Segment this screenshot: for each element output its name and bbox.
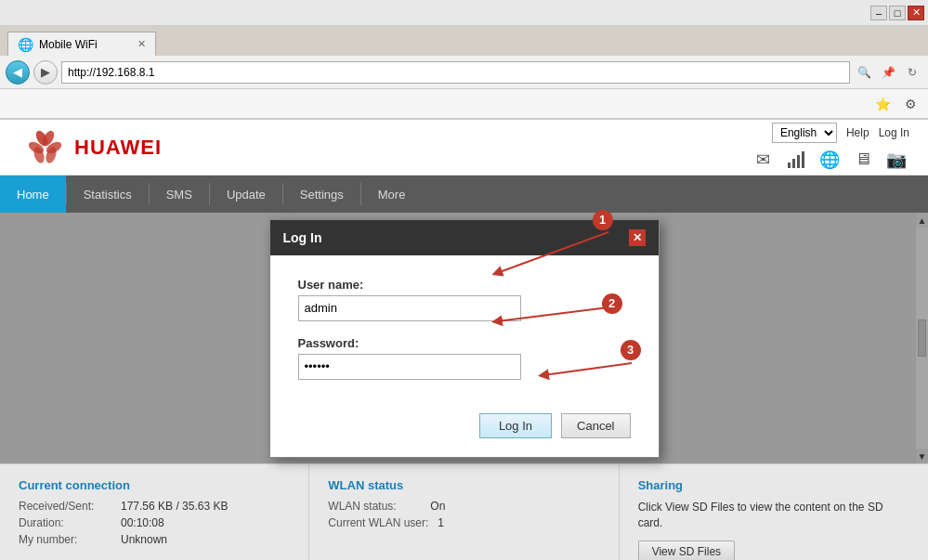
device-icon[interactable]: 📷 (883, 147, 909, 173)
password-label: Password: (298, 336, 631, 350)
nav-home[interactable]: Home (0, 176, 66, 213)
search-icon[interactable]: 🔍 (854, 62, 874, 83)
nav-sms[interactable]: SMS (150, 176, 209, 213)
nav-settings[interactable]: Settings (283, 176, 360, 213)
modal-overlay: 1 2 3 (0, 213, 928, 463)
back-button[interactable]: ◀ (6, 60, 30, 85)
message-icon[interactable]: ✉ (750, 147, 776, 173)
tab-bar: 🌐 Mobile WiFi ✕ (0, 26, 928, 56)
help-link[interactable]: Help (846, 126, 869, 139)
view-sd-files-button[interactable]: View SD Files (638, 540, 735, 560)
password-input[interactable] (298, 354, 521, 380)
favorites-icon[interactable]: ⭐ (872, 94, 893, 114)
svg-rect-6 (788, 163, 791, 168)
pin-icon[interactable]: 📌 (878, 62, 898, 83)
header-right: English 中文 Help Log In ✉ 🌐 🖥 (750, 123, 909, 173)
modal-title: Log In (283, 230, 322, 245)
huawei-logo: HUAWEI (19, 129, 162, 166)
browser-tab[interactable]: 🌐 Mobile WiFi ✕ (7, 32, 156, 56)
cancel-button[interactable]: Cancel (561, 413, 630, 438)
status-icons: ✉ 🌐 🖥 📷 (750, 147, 909, 173)
login-modal: Log In ✕ User name: Password: (269, 219, 660, 458)
logo-text: HUAWEI (74, 136, 162, 160)
annotation-1: 1 (593, 210, 613, 230)
modal-body: User name: Password: (270, 255, 659, 413)
svg-rect-8 (797, 155, 800, 168)
tab-label: Mobile WiFi (39, 38, 98, 51)
annotation-3: 3 (621, 340, 641, 360)
refresh-icon[interactable]: ↻ (902, 62, 922, 83)
login-button[interactable]: Log In (479, 413, 552, 438)
app-container: HUAWEI English 中文 Help Log In ✉ (0, 120, 928, 560)
duration-label: Duration: (19, 516, 111, 529)
tools-icon[interactable]: ⚙ (900, 94, 921, 114)
received-value: 177.56 KB / 35.63 KB (121, 500, 228, 513)
title-bar: – □ ✕ (0, 0, 928, 26)
username-group: User name: (298, 278, 631, 321)
duration-value: 00:10:08 (121, 516, 164, 529)
page-content-area: ▲ ▼ 1 2 3 (0, 213, 928, 463)
info-row-received: Received/Sent: 177.56 KB / 35.63 KB (19, 500, 290, 513)
info-row-mynumber: My number: Unknown (19, 533, 290, 546)
current-connection-title: Current connection (19, 478, 290, 492)
maximize-button[interactable]: □ (889, 6, 906, 20)
tab-close-button[interactable]: ✕ (137, 38, 146, 50)
modal-footer: Log In Cancel (270, 413, 659, 457)
modal-close-button[interactable]: ✕ (629, 229, 646, 246)
wlan-status-title: WLAN status (328, 478, 599, 492)
tab-favicon: 🌐 (18, 37, 33, 52)
address-input[interactable] (61, 61, 850, 84)
app-header: HUAWEI English 中文 Help Log In ✉ (0, 120, 928, 176)
lang-help-row: English 中文 Help Log In (772, 123, 909, 143)
modal-wrapper: 1 2 3 (269, 219, 660, 458)
sharing-title: Sharing (638, 478, 909, 492)
received-label: Received/Sent: (19, 500, 111, 513)
language-select[interactable]: English 中文 (772, 123, 837, 143)
nav-more[interactable]: More (361, 176, 423, 213)
mynumber-label: My number: (19, 533, 111, 546)
wlan-users-value: 1 (438, 516, 444, 529)
info-strip: Current connection Received/Sent: 177.56… (0, 463, 928, 560)
close-button[interactable]: ✕ (908, 6, 924, 20)
annotation-2: 2 (602, 293, 622, 314)
toolbar-bar: ⭐ ⚙ (0, 89, 928, 119)
app-nav: Home Statistics SMS Update Settings More (0, 176, 928, 213)
sharing-desc: Click View SD Files to view the content … (638, 500, 909, 531)
info-row-wlan-status: WLAN status: On (328, 500, 599, 513)
address-bar: ◀ ▶ 🔍 📌 ↻ (0, 56, 928, 89)
computer-icon[interactable]: 🖥 (850, 147, 876, 173)
network-icon[interactable]: 🌐 (817, 147, 843, 173)
info-row-duration: Duration: 00:10:08 (19, 516, 290, 529)
nav-statistics[interactable]: Statistics (67, 176, 149, 213)
password-group: Password: (298, 336, 631, 380)
mynumber-value: Unknown (121, 533, 167, 546)
current-connection-section: Current connection Received/Sent: 177.56… (0, 464, 309, 560)
wlan-status-section: WLAN status WLAN status: On Current WLAN… (309, 464, 619, 560)
sharing-section: Sharing Click View SD Files to view the … (620, 464, 928, 560)
wlan-status-label: WLAN status: (328, 500, 421, 513)
svg-rect-9 (802, 151, 804, 168)
logo-svg (19, 129, 65, 166)
svg-rect-7 (792, 159, 795, 168)
forward-button[interactable]: ▶ (33, 60, 58, 85)
nav-update[interactable]: Update (210, 176, 282, 213)
login-link[interactable]: Log In (879, 126, 909, 139)
info-row-wlan-users: Current WLAN user: 1 (328, 516, 599, 529)
username-input[interactable] (298, 295, 521, 321)
minimize-button[interactable]: – (870, 6, 887, 20)
signal-icon (783, 147, 809, 173)
username-label: User name: (298, 278, 631, 292)
wlan-status-value: On (430, 500, 445, 513)
wlan-users-label: Current WLAN user: (328, 516, 428, 529)
